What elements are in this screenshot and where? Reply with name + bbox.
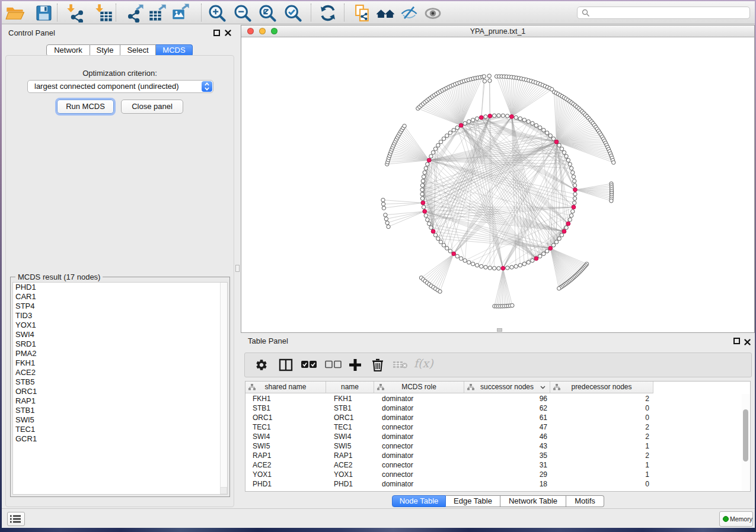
run-mcds-button[interactable]: Run MCDS bbox=[57, 100, 114, 114]
tab-select[interactable]: Select bbox=[120, 44, 156, 56]
import-table-icon[interactable] bbox=[94, 4, 113, 23]
table-row-SWI4[interactable]: SWI4SWI4dominator462 bbox=[245, 432, 750, 441]
dropdown-value: largest connected component (undirected) bbox=[34, 82, 179, 91]
table-row-RAP1[interactable]: RAP1RAP1dominator352 bbox=[245, 451, 750, 460]
mcds-result-group: MCDS result (17 nodes) PHD1CAR1STP4TID3Y… bbox=[10, 277, 230, 497]
apply-layout-icon[interactable] bbox=[318, 4, 337, 23]
column-header-shared-name[interactable]: shared name bbox=[245, 382, 326, 393]
table-row-TEC1[interactable]: TEC1TEC1connector472 bbox=[245, 422, 750, 432]
control-panel-title: Control Panel bbox=[8, 28, 55, 37]
tab-mcds[interactable]: MCDS bbox=[156, 44, 193, 56]
memory-label: Memory bbox=[730, 515, 752, 523]
mcds-node-item[interactable]: SWI5 bbox=[13, 415, 227, 425]
node-table: shared namenameMCDS rolesuccessor nodesp… bbox=[245, 381, 751, 492]
panel-divider-handle-horizontal[interactable] bbox=[497, 328, 502, 332]
tab-network-table[interactable]: Network Table bbox=[500, 495, 566, 507]
close-panel-button[interactable]: Close panel bbox=[121, 100, 183, 114]
mcds-node-item[interactable]: PMA2 bbox=[13, 349, 227, 358]
control-panel-close-icon[interactable] bbox=[225, 30, 231, 37]
mcds-node-item[interactable]: STB1 bbox=[13, 406, 227, 415]
mcds-node-item[interactable]: ACE2 bbox=[13, 368, 227, 377]
mcds-node-item[interactable]: ORC1 bbox=[13, 387, 227, 396]
main-toolbar bbox=[2, 1, 755, 24]
tab-edge-table[interactable]: Edge Table bbox=[446, 495, 500, 507]
table-row-FKH1[interactable]: FKH1FKH1dominator962 bbox=[245, 394, 750, 403]
import-network-icon[interactable] bbox=[66, 4, 85, 23]
memory-status-dot bbox=[723, 516, 729, 522]
column-header-name[interactable]: name bbox=[326, 382, 374, 393]
tab-motifs[interactable]: Motifs bbox=[566, 495, 604, 507]
export-network-icon[interactable] bbox=[126, 4, 145, 23]
save-session-icon[interactable] bbox=[34, 4, 53, 23]
export-image-icon[interactable] bbox=[171, 4, 190, 23]
mcds-node-item[interactable]: FKH1 bbox=[13, 358, 227, 368]
split-view-icon[interactable] bbox=[279, 358, 293, 372]
show-all-icon[interactable] bbox=[423, 4, 442, 23]
mcds-node-item[interactable]: STB5 bbox=[13, 377, 227, 387]
mcds-node-item[interactable]: GCR1 bbox=[13, 434, 227, 444]
zoom-in-icon[interactable] bbox=[208, 4, 227, 23]
optimization-criterion-dropdown[interactable]: largest connected component (undirected) bbox=[27, 80, 213, 93]
mcds-node-item[interactable]: RAP1 bbox=[13, 396, 227, 406]
mcds-node-item[interactable]: PHD1 bbox=[13, 283, 227, 292]
network-window-titlebar[interactable]: YPA_prune.txt_1 bbox=[241, 25, 754, 37]
mcds-node-item[interactable]: STP4 bbox=[13, 302, 227, 311]
dropdown-arrows-icon bbox=[202, 81, 212, 92]
select-all-icon[interactable] bbox=[301, 360, 318, 374]
optimization-criterion-label: Optimization criterion: bbox=[6, 69, 234, 78]
mcds-node-item[interactable]: SWI4 bbox=[13, 330, 227, 339]
column-header-predecessor-nodes[interactable]: predecessor nodes bbox=[550, 382, 653, 393]
tab-node-table[interactable]: Node Table bbox=[392, 495, 446, 507]
table-row-ACE2[interactable]: ACE2ACE2connector311 bbox=[245, 460, 750, 470]
delete-table-icon[interactable] bbox=[393, 360, 408, 374]
copy-network-icon[interactable] bbox=[353, 4, 372, 23]
zoom-fit-icon[interactable] bbox=[258, 4, 277, 23]
table-toolbar: f(x) bbox=[244, 352, 752, 377]
first-neighbors-icon[interactable] bbox=[376, 4, 395, 23]
function-builder-icon[interactable]: f(x) bbox=[414, 357, 433, 371]
mcds-node-item[interactable]: TID3 bbox=[13, 311, 227, 321]
mcds-panel: Optimization criterion: largest connecte… bbox=[5, 55, 234, 507]
cytoscape-window: Control Panel NetworkStyleSelectMCDS Opt… bbox=[2, 1, 755, 528]
table-panel-float-icon[interactable] bbox=[733, 338, 740, 344]
table-row-PHD1[interactable]: PHD1PHD1dominator180 bbox=[245, 479, 750, 489]
table-row-SWI5[interactable]: SWI5SWI5connector431 bbox=[245, 441, 750, 451]
zoom-out-icon[interactable] bbox=[233, 4, 252, 23]
network-title: YPA_prune.txt_1 bbox=[241, 27, 754, 36]
memory-button[interactable]: Memory bbox=[719, 511, 753, 527]
hide-selected-icon[interactable] bbox=[400, 4, 419, 23]
column-header-MCDS-role[interactable]: MCDS role bbox=[374, 382, 464, 393]
table-row-STB1[interactable]: STB1STB1dominator620 bbox=[245, 403, 750, 413]
control-panel-float-icon[interactable] bbox=[213, 30, 220, 36]
open-file-icon[interactable] bbox=[5, 4, 24, 23]
network-canvas[interactable] bbox=[241, 38, 754, 332]
table-scrollbar-track[interactable] bbox=[742, 394, 749, 491]
column-header-successor-nodes[interactable]: successor nodes bbox=[464, 382, 550, 393]
mcds-node-item[interactable]: TEC1 bbox=[13, 425, 227, 434]
desktop-background bbox=[0, 528, 756, 532]
mcds-list-scroll-corner bbox=[220, 487, 227, 494]
search-input[interactable] bbox=[577, 7, 750, 19]
mcds-result-list[interactable]: PHD1CAR1STP4TID3YOX1SWI4SRD1PMA2FKH1ACE2… bbox=[12, 282, 228, 495]
tab-network[interactable]: Network bbox=[46, 44, 90, 56]
mcds-result-title: MCDS result (17 nodes) bbox=[15, 273, 103, 281]
panel-divider-handle-vertical[interactable] bbox=[235, 265, 240, 272]
network-view-panel: YPA_prune.txt_1 bbox=[241, 25, 755, 333]
deselect-all-icon[interactable] bbox=[325, 360, 342, 374]
table-row-ORC1[interactable]: ORC1ORC1dominator610 bbox=[245, 413, 750, 422]
table-panel-close-icon[interactable] bbox=[744, 339, 751, 346]
zoom-selected-icon[interactable] bbox=[283, 4, 302, 23]
add-column-icon[interactable] bbox=[348, 357, 362, 371]
table-row-YOX1[interactable]: YOX1YOX1connector291 bbox=[245, 470, 750, 479]
mcds-node-item[interactable]: YOX1 bbox=[13, 321, 227, 330]
mcds-node-item[interactable]: CAR1 bbox=[13, 292, 227, 302]
table-options-icon[interactable] bbox=[255, 358, 268, 373]
delete-column-icon[interactable] bbox=[371, 357, 384, 371]
mcds-node-item[interactable]: SRD1 bbox=[13, 339, 227, 349]
table-scrollbar-thumb[interactable] bbox=[743, 409, 748, 462]
tab-style[interactable]: Style bbox=[90, 44, 120, 56]
task-history-button[interactable] bbox=[7, 512, 25, 526]
table-panel-title: Table Panel bbox=[248, 336, 288, 345]
export-table-icon[interactable] bbox=[148, 4, 167, 23]
mcds-list-scrollbar[interactable] bbox=[220, 283, 227, 487]
